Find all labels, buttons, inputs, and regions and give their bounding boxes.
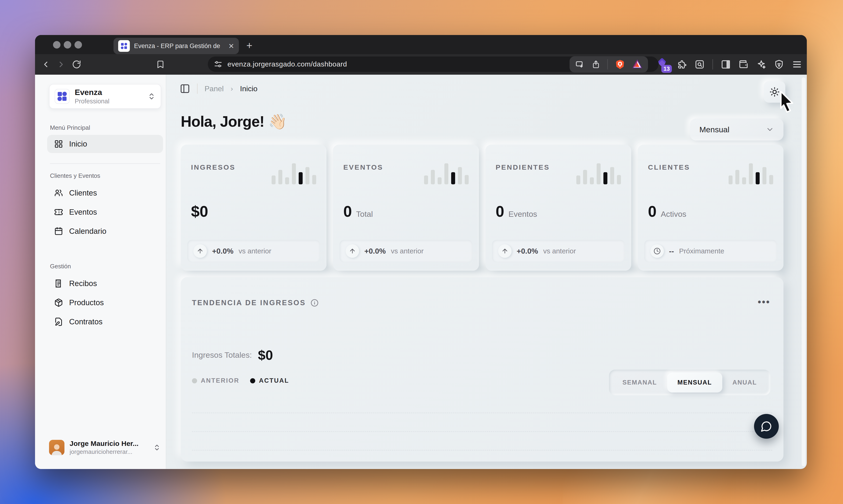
chevrons-up-down-icon xyxy=(153,444,161,451)
search-tabs-icon[interactable] xyxy=(695,59,704,69)
sparkline-chart xyxy=(424,159,469,184)
chart-gridline xyxy=(192,413,772,413)
url-text: evenza.jorgerasgado.com/dashboard xyxy=(227,60,347,68)
chevron-down-icon xyxy=(766,125,774,134)
sidebar-toggle-icon[interactable] xyxy=(721,59,731,69)
stat-delta: +0.0% xyxy=(517,247,538,255)
sidebar-item-inicio[interactable]: Inicio xyxy=(47,135,163,153)
bookmark-icon[interactable] xyxy=(156,60,165,69)
stat-card-pendientes: PENDIENTES 0Eventos +0.0% vs anterior xyxy=(486,145,631,271)
stat-card-clientes: CLIENTES 0Activos -- Próximamente xyxy=(638,145,784,271)
stat-card-title: CLIENTES xyxy=(648,163,690,171)
sidebar-item-label: Calendario xyxy=(69,227,106,236)
reload-icon[interactable] xyxy=(72,60,81,69)
message-circle-icon xyxy=(760,420,772,432)
user-name: Jorge Mauricio Her... xyxy=(70,439,139,448)
tab-anual[interactable]: ANUAL xyxy=(722,370,767,395)
stat-value: $0 xyxy=(191,202,208,220)
section-label: Menú Principal xyxy=(50,124,90,131)
wave-emoji: 👋🏻 xyxy=(268,113,287,130)
stat-unit: Activos xyxy=(661,210,686,219)
sidebar-item-productos[interactable]: Productos xyxy=(47,293,163,312)
info-icon[interactable] xyxy=(311,299,318,307)
more-options-icon[interactable]: ••• xyxy=(758,297,770,307)
stat-delta-label: vs anterior xyxy=(239,247,271,255)
wallet-icon[interactable] xyxy=(739,59,749,69)
sparkline-chart xyxy=(728,159,773,184)
period-select-value: Mensual xyxy=(699,125,730,134)
tab-semanal[interactable]: SEMANAL xyxy=(612,370,667,395)
user-menu[interactable]: Jorge Mauricio Her... jorgemauricioherre… xyxy=(45,435,164,460)
window-close-button[interactable] xyxy=(53,41,60,49)
share-icon[interactable] xyxy=(592,60,600,69)
stat-unit: Total xyxy=(356,210,373,219)
avatar xyxy=(49,440,65,455)
stat-delta-label: vs anterior xyxy=(543,247,576,255)
tab-title: Evenza - ERP para Gestión de xyxy=(134,42,220,50)
sidebar-item-eventos[interactable]: Eventos xyxy=(47,203,163,221)
site-settings-icon[interactable] xyxy=(214,60,222,68)
stat-footer: +0.0% vs anterior xyxy=(339,240,472,262)
sidebar-item-clientes[interactable]: Clientes xyxy=(47,184,163,202)
toolbar-action-group xyxy=(569,56,648,73)
stat-footer: +0.0% vs anterior xyxy=(187,240,320,262)
browser-toolbar: evenza.jorgerasgado.com/dashboard 13 xyxy=(35,54,807,75)
brave-shields-icon[interactable] xyxy=(615,59,625,70)
sidebar-item-contratos[interactable]: Contratos xyxy=(47,313,163,331)
stat-card-title: PENDIENTES xyxy=(496,163,550,171)
period-select[interactable]: Mensual xyxy=(690,119,784,141)
breadcrumb-current: Inicio xyxy=(240,85,258,93)
vpn-shield-icon[interactable] xyxy=(774,59,784,69)
forward-icon[interactable] xyxy=(56,60,66,69)
stat-value: 0 xyxy=(343,202,352,220)
package-icon xyxy=(54,298,63,307)
scrollbar[interactable] xyxy=(802,77,805,466)
stat-delta: +0.0% xyxy=(212,247,233,255)
calendar-icon xyxy=(54,227,63,236)
sidebar-item-calendario[interactable]: Calendario xyxy=(47,222,163,240)
receipt-icon xyxy=(54,279,63,288)
section-label: Gestión xyxy=(50,263,71,270)
sparkline-chart xyxy=(576,159,621,184)
chat-fab-button[interactable] xyxy=(754,414,779,439)
team-switcher[interactable]: Evenza Professional xyxy=(49,84,161,109)
ticket-icon xyxy=(54,208,63,217)
tab-mensual[interactable]: MENSUAL xyxy=(667,373,722,393)
brave-rewards-icon[interactable] xyxy=(632,59,643,70)
stat-unit: Eventos xyxy=(508,210,537,219)
chart-gridline xyxy=(192,450,772,451)
extensions-icon[interactable] xyxy=(677,59,687,69)
leo-ai-icon[interactable] xyxy=(756,59,766,69)
window-minimize-button[interactable] xyxy=(64,41,71,49)
stat-delta: -- xyxy=(669,247,674,255)
chevrons-up-down-icon xyxy=(147,92,156,100)
trend-title: TENDENCIA DE INGRESOS xyxy=(192,299,306,307)
stat-card-ingresos: INGRESOS $0 +0.0% vs anterior xyxy=(181,145,327,271)
stat-footer: -- Próximamente xyxy=(644,240,777,262)
browser-tab-strip: Evenza - ERP para Gestión de ✕ + xyxy=(35,35,807,54)
legend-anterior: ANTERIOR xyxy=(192,377,239,384)
menu-icon[interactable] xyxy=(792,59,802,70)
pinned-extension-icon[interactable]: 13 xyxy=(656,58,669,71)
file-pen-icon xyxy=(54,317,63,326)
save-page-icon[interactable] xyxy=(575,60,584,69)
sidebar-item-recibos[interactable]: Recibos xyxy=(47,274,163,293)
tab-close-icon[interactable]: ✕ xyxy=(228,42,234,50)
trend-section: TENDENCIA DE INGRESOS ••• Ingresos Total… xyxy=(181,277,784,462)
back-icon[interactable] xyxy=(41,60,50,69)
evenza-logo-icon xyxy=(55,89,70,104)
new-tab-button[interactable]: + xyxy=(246,40,252,51)
panel-left-toggle-icon[interactable] xyxy=(180,84,190,94)
stat-footer: +0.0% vs anterior xyxy=(492,240,625,262)
stat-card-title: INGRESOS xyxy=(191,163,235,171)
trend-total-label: Ingresos Totales: xyxy=(192,350,252,360)
main-content: Panel › Inicio Hola, Jorge! 👋🏻 Mensual I… xyxy=(167,75,807,469)
window-zoom-button[interactable] xyxy=(74,41,82,49)
stat-value: 0 xyxy=(648,202,657,220)
stat-delta-label: Próximamente xyxy=(679,247,724,255)
sidebar-item-label: Recibos xyxy=(69,279,97,288)
breadcrumb-root[interactable]: Panel xyxy=(205,85,224,93)
trend-total-value: $0 xyxy=(258,347,273,363)
sidebar-item-label: Productos xyxy=(69,298,104,307)
browser-tab[interactable]: Evenza - ERP para Gestión de ✕ xyxy=(113,38,239,54)
